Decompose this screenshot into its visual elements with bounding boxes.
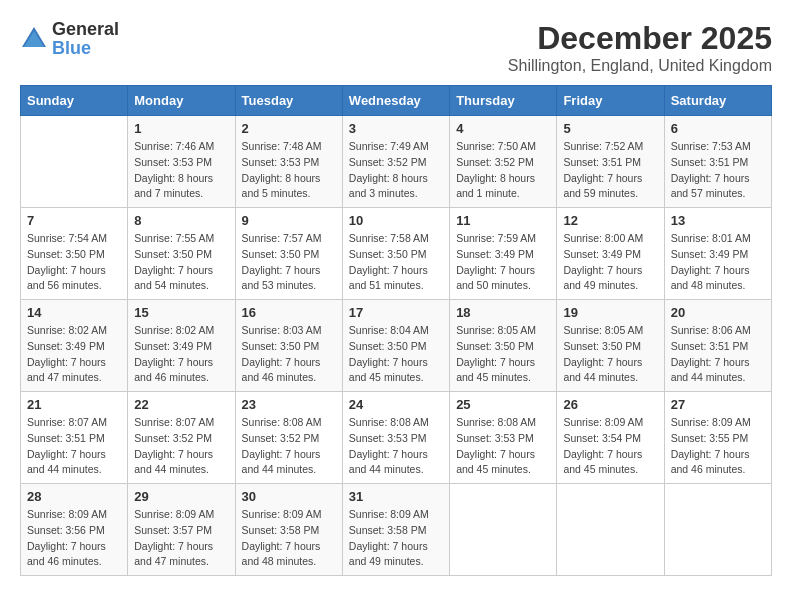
calendar-cell: 20Sunrise: 8:06 AMSunset: 3:51 PMDayligh…: [664, 300, 771, 392]
day-info: Sunrise: 8:06 AMSunset: 3:51 PMDaylight:…: [671, 323, 765, 386]
calendar-cell: 25Sunrise: 8:08 AMSunset: 3:53 PMDayligh…: [450, 392, 557, 484]
day-info: Sunrise: 8:09 AMSunset: 3:54 PMDaylight:…: [563, 415, 657, 478]
day-info: Sunrise: 8:09 AMSunset: 3:56 PMDaylight:…: [27, 507, 121, 570]
day-number: 11: [456, 213, 550, 228]
day-info: Sunrise: 8:03 AMSunset: 3:50 PMDaylight:…: [242, 323, 336, 386]
day-number: 7: [27, 213, 121, 228]
day-info: Sunrise: 8:04 AMSunset: 3:50 PMDaylight:…: [349, 323, 443, 386]
day-number: 20: [671, 305, 765, 320]
day-info: Sunrise: 8:09 AMSunset: 3:57 PMDaylight:…: [134, 507, 228, 570]
calendar-cell: 15Sunrise: 8:02 AMSunset: 3:49 PMDayligh…: [128, 300, 235, 392]
day-info: Sunrise: 8:09 AMSunset: 3:55 PMDaylight:…: [671, 415, 765, 478]
day-info: Sunrise: 7:50 AMSunset: 3:52 PMDaylight:…: [456, 139, 550, 202]
day-info: Sunrise: 7:55 AMSunset: 3:50 PMDaylight:…: [134, 231, 228, 294]
calendar-cell: 31Sunrise: 8:09 AMSunset: 3:58 PMDayligh…: [342, 484, 449, 576]
calendar-cell: [450, 484, 557, 576]
day-info: Sunrise: 8:07 AMSunset: 3:51 PMDaylight:…: [27, 415, 121, 478]
day-number: 23: [242, 397, 336, 412]
logo: General Blue: [20, 20, 119, 58]
header-day-saturday: Saturday: [664, 86, 771, 116]
day-number: 16: [242, 305, 336, 320]
day-info: Sunrise: 8:01 AMSunset: 3:49 PMDaylight:…: [671, 231, 765, 294]
day-info: Sunrise: 7:57 AMSunset: 3:50 PMDaylight:…: [242, 231, 336, 294]
day-number: 30: [242, 489, 336, 504]
day-number: 24: [349, 397, 443, 412]
header-day-wednesday: Wednesday: [342, 86, 449, 116]
calendar-cell: 10Sunrise: 7:58 AMSunset: 3:50 PMDayligh…: [342, 208, 449, 300]
header-day-tuesday: Tuesday: [235, 86, 342, 116]
day-number: 31: [349, 489, 443, 504]
calendar-cell: 21Sunrise: 8:07 AMSunset: 3:51 PMDayligh…: [21, 392, 128, 484]
day-number: 22: [134, 397, 228, 412]
calendar-cell: 9Sunrise: 7:57 AMSunset: 3:50 PMDaylight…: [235, 208, 342, 300]
day-number: 12: [563, 213, 657, 228]
week-row-2: 7Sunrise: 7:54 AMSunset: 3:50 PMDaylight…: [21, 208, 772, 300]
calendar-cell: 26Sunrise: 8:09 AMSunset: 3:54 PMDayligh…: [557, 392, 664, 484]
calendar-cell: 14Sunrise: 8:02 AMSunset: 3:49 PMDayligh…: [21, 300, 128, 392]
header-day-thursday: Thursday: [450, 86, 557, 116]
day-number: 18: [456, 305, 550, 320]
day-number: 14: [27, 305, 121, 320]
day-info: Sunrise: 7:46 AMSunset: 3:53 PMDaylight:…: [134, 139, 228, 202]
day-info: Sunrise: 7:52 AMSunset: 3:51 PMDaylight:…: [563, 139, 657, 202]
calendar-cell: 29Sunrise: 8:09 AMSunset: 3:57 PMDayligh…: [128, 484, 235, 576]
calendar-cell: 28Sunrise: 8:09 AMSunset: 3:56 PMDayligh…: [21, 484, 128, 576]
calendar-cell: 12Sunrise: 8:00 AMSunset: 3:49 PMDayligh…: [557, 208, 664, 300]
day-number: 27: [671, 397, 765, 412]
calendar-cell: 27Sunrise: 8:09 AMSunset: 3:55 PMDayligh…: [664, 392, 771, 484]
day-info: Sunrise: 7:59 AMSunset: 3:49 PMDaylight:…: [456, 231, 550, 294]
day-number: 29: [134, 489, 228, 504]
week-row-4: 21Sunrise: 8:07 AMSunset: 3:51 PMDayligh…: [21, 392, 772, 484]
logo-icon: [20, 25, 48, 53]
calendar-cell: 4Sunrise: 7:50 AMSunset: 3:52 PMDaylight…: [450, 116, 557, 208]
day-info: Sunrise: 7:48 AMSunset: 3:53 PMDaylight:…: [242, 139, 336, 202]
location-title: Shillington, England, United Kingdom: [508, 57, 772, 75]
day-number: 13: [671, 213, 765, 228]
day-info: Sunrise: 8:05 AMSunset: 3:50 PMDaylight:…: [456, 323, 550, 386]
header-day-friday: Friday: [557, 86, 664, 116]
day-number: 3: [349, 121, 443, 136]
calendar-cell: 19Sunrise: 8:05 AMSunset: 3:50 PMDayligh…: [557, 300, 664, 392]
calendar-cell: 24Sunrise: 8:08 AMSunset: 3:53 PMDayligh…: [342, 392, 449, 484]
day-info: Sunrise: 8:02 AMSunset: 3:49 PMDaylight:…: [27, 323, 121, 386]
day-info: Sunrise: 8:09 AMSunset: 3:58 PMDaylight:…: [349, 507, 443, 570]
calendar-cell: 22Sunrise: 8:07 AMSunset: 3:52 PMDayligh…: [128, 392, 235, 484]
day-info: Sunrise: 8:07 AMSunset: 3:52 PMDaylight:…: [134, 415, 228, 478]
calendar-cell: 6Sunrise: 7:53 AMSunset: 3:51 PMDaylight…: [664, 116, 771, 208]
day-info: Sunrise: 7:58 AMSunset: 3:50 PMDaylight:…: [349, 231, 443, 294]
calendar-cell: [664, 484, 771, 576]
header-day-monday: Monday: [128, 86, 235, 116]
calendar-cell: 23Sunrise: 8:08 AMSunset: 3:52 PMDayligh…: [235, 392, 342, 484]
day-number: 8: [134, 213, 228, 228]
week-row-3: 14Sunrise: 8:02 AMSunset: 3:49 PMDayligh…: [21, 300, 772, 392]
day-number: 9: [242, 213, 336, 228]
calendar-cell: [21, 116, 128, 208]
day-number: 5: [563, 121, 657, 136]
day-number: 26: [563, 397, 657, 412]
day-info: Sunrise: 8:08 AMSunset: 3:53 PMDaylight:…: [456, 415, 550, 478]
day-info: Sunrise: 8:08 AMSunset: 3:53 PMDaylight:…: [349, 415, 443, 478]
calendar-cell: 18Sunrise: 8:05 AMSunset: 3:50 PMDayligh…: [450, 300, 557, 392]
day-number: 6: [671, 121, 765, 136]
week-row-1: 1Sunrise: 7:46 AMSunset: 3:53 PMDaylight…: [21, 116, 772, 208]
day-number: 21: [27, 397, 121, 412]
calendar-cell: 8Sunrise: 7:55 AMSunset: 3:50 PMDaylight…: [128, 208, 235, 300]
calendar-cell: 1Sunrise: 7:46 AMSunset: 3:53 PMDaylight…: [128, 116, 235, 208]
day-info: Sunrise: 7:49 AMSunset: 3:52 PMDaylight:…: [349, 139, 443, 202]
week-row-5: 28Sunrise: 8:09 AMSunset: 3:56 PMDayligh…: [21, 484, 772, 576]
calendar-cell: 2Sunrise: 7:48 AMSunset: 3:53 PMDaylight…: [235, 116, 342, 208]
day-info: Sunrise: 8:08 AMSunset: 3:52 PMDaylight:…: [242, 415, 336, 478]
month-title: December 2025: [508, 20, 772, 57]
day-number: 25: [456, 397, 550, 412]
day-number: 15: [134, 305, 228, 320]
header-day-sunday: Sunday: [21, 86, 128, 116]
day-number: 19: [563, 305, 657, 320]
header-row: SundayMondayTuesdayWednesdayThursdayFrid…: [21, 86, 772, 116]
calendar-cell: 16Sunrise: 8:03 AMSunset: 3:50 PMDayligh…: [235, 300, 342, 392]
day-number: 2: [242, 121, 336, 136]
day-number: 4: [456, 121, 550, 136]
day-info: Sunrise: 8:02 AMSunset: 3:49 PMDaylight:…: [134, 323, 228, 386]
calendar-cell: 5Sunrise: 7:52 AMSunset: 3:51 PMDaylight…: [557, 116, 664, 208]
day-info: Sunrise: 7:53 AMSunset: 3:51 PMDaylight:…: [671, 139, 765, 202]
day-number: 1: [134, 121, 228, 136]
